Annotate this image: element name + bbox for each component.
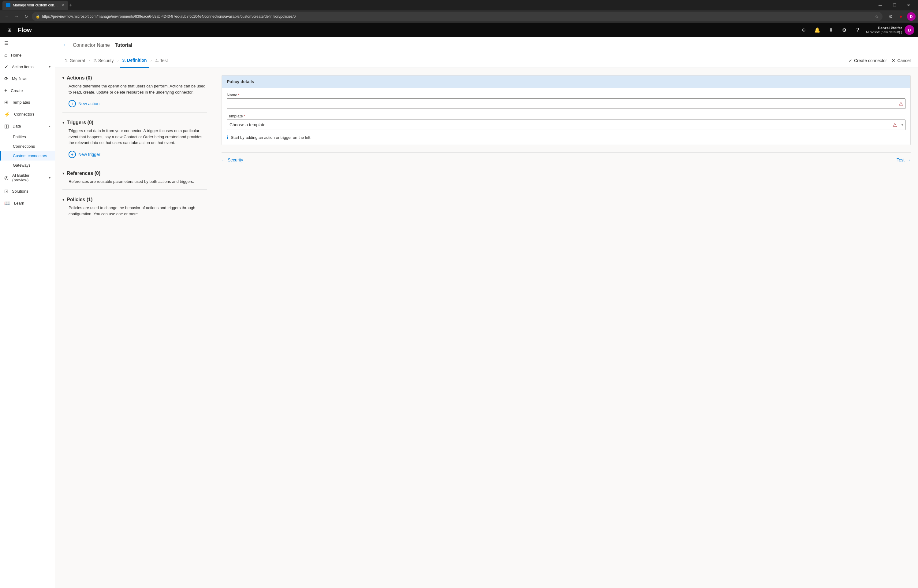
browser-profile[interactable]: D: [907, 12, 916, 21]
policy-details-body: Name* ⚠ Template* Choose a templat: [222, 88, 910, 145]
template-field-label: Template*: [227, 114, 905, 118]
name-input[interactable]: [227, 99, 905, 109]
policies-title: Policies (1): [67, 197, 92, 202]
app-topbar: ⊞ Flow ☺ 🔔 ⬇ ⚙ ? Denzel Pfeifer Microsof…: [0, 23, 918, 37]
triggers-toggle[interactable]: ▾: [62, 121, 64, 125]
settings-icon[interactable]: ⚙: [839, 25, 850, 35]
back-arrow-icon: ←: [222, 157, 226, 162]
extensions-icon[interactable]: ⚙: [886, 12, 895, 21]
sidebar-item-learn[interactable]: 📖 Learn: [0, 197, 55, 209]
wizard-steps-right: ✓ Create connector ✕ Cancel: [848, 58, 911, 63]
browser-tab[interactable]: Manage your custom connectors ✕: [2, 1, 68, 10]
back-nav-button[interactable]: ←: [2, 12, 11, 21]
policy-details-header: Policy details: [222, 76, 910, 88]
connectors-icon: ⚡: [4, 111, 10, 117]
step-chevron-1: ›: [88, 58, 90, 63]
panel-footer: ← Security Test →: [222, 152, 911, 162]
user-avatar[interactable]: D: [905, 25, 914, 35]
red-icon[interactable]: ●: [897, 12, 905, 21]
policies-toggle[interactable]: ▾: [62, 197, 64, 202]
wizard-steps: 1. General › 2. Security › 3. Definition…: [55, 53, 918, 68]
info-message: ℹ Start by adding an action or trigger o…: [227, 135, 905, 140]
wizard-step-general[interactable]: 1. General: [62, 53, 87, 68]
new-trigger-button[interactable]: + New trigger: [68, 151, 207, 158]
references-toggle[interactable]: ▾: [62, 171, 64, 176]
cancel-button[interactable]: ✕ Cancel: [892, 58, 911, 63]
help-icon[interactable]: ?: [853, 25, 863, 35]
policies-description: Policies are used to change the behavior…: [62, 205, 207, 217]
step-chevron-2: ›: [118, 58, 119, 63]
new-action-button[interactable]: + New action: [68, 100, 207, 107]
waffle-menu[interactable]: ⊞: [4, 24, 15, 36]
sidebar-home-label: Home: [11, 53, 50, 58]
close-button[interactable]: ✕: [902, 1, 916, 10]
learn-icon: 📖: [4, 200, 10, 206]
hamburger-icon: ☰: [4, 40, 8, 46]
minimize-button[interactable]: —: [873, 1, 887, 10]
browser-toolbar: ← → ↻ 🔒 https://preview.flow.microsoft.c…: [0, 10, 918, 23]
create-connector-button[interactable]: ✓ Create connector: [848, 58, 887, 63]
sidebar-item-create[interactable]: + Create: [0, 85, 55, 96]
cancel-x-icon: ✕: [892, 58, 895, 63]
name-required-marker: *: [238, 93, 240, 97]
sidebar-connectors-label: Connectors: [14, 112, 50, 116]
references-description: References are reusable parameters used …: [62, 179, 207, 185]
wizard-step-security[interactable]: 2. Security: [91, 53, 116, 68]
download-icon[interactable]: ⬇: [826, 25, 836, 35]
forward-to-test-button[interactable]: Test →: [897, 157, 911, 162]
ai-builder-chevron: ▾: [49, 176, 50, 179]
new-trigger-label: New trigger: [78, 152, 100, 157]
sidebar-item-connectors[interactable]: ⚡ Connectors: [0, 108, 55, 120]
references-section: ▾ References (0) References are reusable…: [62, 171, 207, 190]
lock-icon: 🔒: [36, 15, 40, 19]
notifications-icon[interactable]: 🔔: [812, 25, 822, 35]
actions-toggle[interactable]: ▾: [62, 76, 64, 80]
sidebar-item-ai-builder[interactable]: ◎ AI Builder (preview) ▾: [0, 170, 55, 185]
sidebar-item-gateways[interactable]: Gateways: [0, 160, 55, 170]
sidebar-item-solutions[interactable]: ⊡ Solutions: [0, 185, 55, 197]
connector-name-label: Connector Name: [73, 42, 110, 48]
sidebar-templates-label: Templates: [12, 100, 50, 105]
sidebar-connections-label: Connections: [13, 144, 35, 149]
new-tab-button[interactable]: +: [69, 2, 73, 8]
back-to-security-button[interactable]: ← Security: [222, 157, 243, 162]
address-bar[interactable]: 🔒 https://preview.flow.microsoft.com/man…: [32, 12, 882, 21]
sidebar-item-my-flows[interactable]: ⟳ My flows: [0, 73, 55, 85]
browser-favicon: [6, 3, 10, 7]
window-controls: — ❐ ✕: [873, 1, 916, 10]
triggers-section: ▾ Triggers (0) Triggers read data in fro…: [62, 120, 207, 163]
feedback-icon[interactable]: ☺: [799, 25, 809, 35]
browser-tab-close-icon[interactable]: ✕: [61, 3, 64, 7]
user-info: Denzel Pfeifer Microsoft (new default) (…: [866, 25, 914, 35]
actions-section: ▾ Actions (0) Actions determine the oper…: [62, 75, 207, 113]
content-area: ▾ Actions (0) Actions determine the oper…: [55, 68, 918, 588]
sidebar-item-templates[interactable]: ⊞ Templates: [0, 96, 55, 108]
sidebar-data-label: Data: [13, 124, 45, 128]
wizard-step-test[interactable]: 4. Test: [153, 53, 170, 68]
new-action-plus-icon: +: [68, 100, 76, 107]
template-select[interactable]: Choose a template: [227, 120, 905, 130]
ai-builder-icon: ◎: [4, 175, 8, 181]
app-logo: Flow: [18, 27, 32, 34]
maximize-button[interactable]: ❐: [887, 1, 902, 10]
data-chevron: ▴: [49, 124, 50, 128]
wizard-step-definition[interactable]: 3. Definition: [120, 53, 149, 68]
solutions-icon: ⊡: [4, 188, 8, 194]
sidebar-item-data[interactable]: ◫ Data ▴: [0, 120, 55, 132]
bookmark-icon[interactable]: ☆: [875, 14, 879, 19]
sidebar-create-label: Create: [11, 88, 50, 93]
sidebar-item-home[interactable]: ⌂ Home: [0, 49, 55, 61]
references-title: References (0): [67, 171, 100, 176]
forward-nav-button[interactable]: →: [12, 12, 21, 21]
sidebar-item-action-items[interactable]: ✓ Action items ▾: [0, 61, 55, 73]
wizard-steps-left: 1. General › 2. Security › 3. Definition…: [62, 53, 848, 68]
sidebar-item-custom-connectors[interactable]: Custom connectors: [0, 151, 55, 160]
refresh-button[interactable]: ↻: [22, 12, 31, 21]
actions-section-header: ▾ Actions (0): [62, 75, 207, 81]
sidebar-item-entities[interactable]: Entities: [0, 132, 55, 142]
sidebar-item-connections[interactable]: Connections: [0, 142, 55, 151]
browser-tab-title: Manage your custom connectors: [13, 3, 59, 7]
sidebar-item-hamburger[interactable]: ☰: [0, 37, 55, 49]
references-section-header: ▾ References (0): [62, 171, 207, 176]
back-button[interactable]: ←: [62, 42, 68, 48]
